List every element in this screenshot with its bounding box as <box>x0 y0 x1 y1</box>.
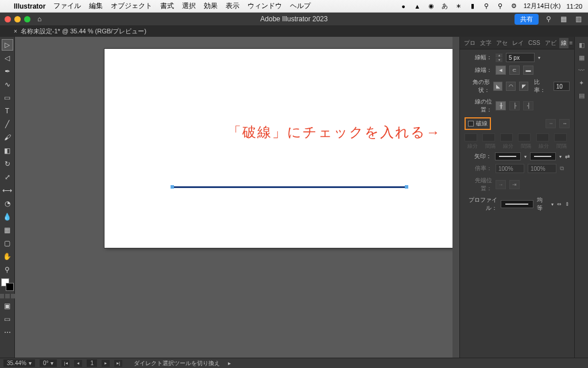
menubar-time[interactable]: 11:20 <box>566 3 582 10</box>
profile-select[interactable] <box>501 200 533 208</box>
corner-miter-button[interactable]: ◣ <box>493 82 503 91</box>
brush-tool[interactable]: 🖌 <box>2 132 13 143</box>
last-artboard-button[interactable]: ▸| <box>114 360 122 367</box>
direct-selection-tool[interactable]: ◁ <box>2 52 13 64</box>
workspace-icon[interactable]: ▥ <box>573 15 583 23</box>
stroke-swatch[interactable] <box>6 283 14 291</box>
flip-vertical-icon[interactable]: ⇕ <box>565 201 570 207</box>
corner-round-button[interactable]: ◠ <box>506 82 516 91</box>
search-icon[interactable]: ⚲ <box>496 2 504 10</box>
line-tool[interactable]: ╱ <box>2 118 13 130</box>
zoom-window-icon[interactable] <box>24 16 30 22</box>
menu-view[interactable]: 表示 <box>226 1 239 11</box>
panel-tab-css[interactable]: CSS <box>527 39 542 47</box>
swap-arrows-icon[interactable]: ⇄ <box>565 154 570 160</box>
dashed-checkbox[interactable] <box>468 121 474 126</box>
panel-tab-properties[interactable]: プロ <box>462 38 477 48</box>
hand-tool[interactable]: ✋ <box>2 251 13 262</box>
fill-stroke-swatch[interactable] <box>1 278 14 291</box>
eyedropper-tool[interactable]: 💧 <box>2 211 13 223</box>
menu-file[interactable]: ファイル <box>53 1 81 11</box>
artboard-tool[interactable]: ▢ <box>2 237 13 249</box>
panel-menu-icon[interactable]: ≡ <box>570 40 573 46</box>
gradient-mode-icon[interactable] <box>5 294 10 298</box>
align-outside-button[interactable]: ┫ <box>523 101 533 110</box>
vertical-scrollbar[interactable] <box>452 37 459 358</box>
control-center-icon[interactable]: ⚙ <box>510 2 518 10</box>
cap-square-button[interactable]: ▬ <box>523 66 533 75</box>
dash-input-3[interactable] <box>536 133 549 141</box>
align-inside-button[interactable]: ┣ <box>509 101 520 110</box>
arrow-start-select[interactable] <box>495 152 521 160</box>
menu-object[interactable]: オブジェクト <box>111 1 152 11</box>
arrow-scale-start-input[interactable]: 100% <box>496 164 524 173</box>
menu-select[interactable]: 選択 <box>182 1 196 11</box>
shape-builder-tool[interactable]: ◔ <box>2 198 13 209</box>
rectangle-tool[interactable]: ▭ <box>2 92 13 103</box>
tip-end-button[interactable]: ⇥ <box>509 180 520 189</box>
status-more-icon[interactable]: ▸ <box>228 360 231 366</box>
close-tab-icon[interactable]: × <box>14 28 17 34</box>
chevron-down-icon[interactable]: ▾ <box>538 55 540 60</box>
weight-down-button[interactable]: ▾ <box>496 58 502 62</box>
close-window-icon[interactable] <box>5 16 11 22</box>
panel-tab-appearance[interactable]: アビ <box>543 38 558 48</box>
arrow-scale-end-input[interactable]: 100% <box>528 164 556 173</box>
edit-toolbar-icon[interactable]: ⋯ <box>2 327 13 338</box>
selected-line-object[interactable] <box>172 186 407 188</box>
scale-tool[interactable]: ⤢ <box>2 171 13 183</box>
search-icon[interactable]: ⚲ <box>543 15 554 23</box>
anchor-point[interactable] <box>405 185 408 189</box>
tip-extend-button[interactable]: → <box>496 180 506 189</box>
app-menu[interactable]: Illustrator <box>14 2 45 10</box>
document-tab[interactable]: × 名称未設定-1* @ 35.44 % (RGB/プレビュー) <box>14 27 146 36</box>
gap-input-2[interactable] <box>518 133 531 141</box>
menubar-date[interactable]: 12月14日(水) <box>524 2 561 10</box>
panel-tab-stroke[interactable]: 線 <box>559 38 568 48</box>
dash-input-1[interactable] <box>465 133 477 141</box>
screen-mode-icon[interactable]: ▭ <box>2 313 13 325</box>
cap-round-button[interactable]: ⊂ <box>509 66 520 75</box>
zoom-tool[interactable]: ⚲ <box>2 264 13 275</box>
selection-tool[interactable]: ▷ <box>2 39 13 51</box>
chevron-down-icon[interactable]: ▾ <box>551 202 554 207</box>
panel-tab-layers[interactable]: レイ <box>510 38 525 48</box>
menu-effect[interactable]: 効果 <box>204 1 218 11</box>
zoom-select[interactable]: 35.44% ▾ <box>3 359 35 367</box>
pen-tool[interactable]: ✒ <box>2 66 13 77</box>
arrow-end-select[interactable] <box>530 152 556 160</box>
cap-butt-button[interactable]: ◄ <box>496 66 506 75</box>
stroke-weight-input[interactable]: 5 px <box>506 53 535 62</box>
rotate-tool[interactable]: ↻ <box>2 158 13 170</box>
chevron-down-icon[interactable]: ▾ <box>559 154 562 159</box>
tray-kana-icon[interactable]: あ <box>441 2 449 10</box>
menu-window[interactable]: ウィンドウ <box>247 1 282 11</box>
width-tool[interactable]: ⟷ <box>2 185 13 196</box>
flip-horizontal-icon[interactable]: ⇔ <box>557 201 562 207</box>
panel-tab-character[interactable]: 文字 <box>478 38 493 48</box>
first-artboard-button[interactable]: |◂ <box>61 360 69 367</box>
canvas-area[interactable]: 「破線」にチェックを入れる→ <box>15 37 459 358</box>
home-icon[interactable]: ⌂ <box>37 15 41 23</box>
artboard[interactable] <box>105 49 454 248</box>
brushes-panel-icon[interactable]: 〰 <box>577 66 586 75</box>
tray-icon[interactable]: ▲ <box>413 2 421 10</box>
gap-input-3[interactable] <box>554 133 567 141</box>
arrange-icon[interactable]: ▦ <box>558 15 568 23</box>
dash-input-2[interactable] <box>500 133 513 141</box>
libraries-panel-icon[interactable]: ▤ <box>577 91 586 100</box>
link-scale-icon[interactable]: ⧉ <box>560 165 564 172</box>
bluetooth-icon[interactable]: ∗ <box>455 2 463 10</box>
weight-up-button[interactable]: ▴ <box>496 53 502 57</box>
panel-tab-assets[interactable]: アセ <box>494 38 509 48</box>
menu-help[interactable]: ヘルプ <box>290 1 311 11</box>
color-mode-icon[interactable] <box>0 294 4 298</box>
curvature-tool[interactable]: ∿ <box>2 79 13 90</box>
gap-input-1[interactable] <box>482 133 495 141</box>
type-tool[interactable]: T <box>2 105 13 117</box>
rotate-select[interactable]: 0° ▾ <box>40 359 57 367</box>
battery-icon[interactable]: ▮ <box>469 2 477 10</box>
draw-mode-icon[interactable]: ▣ <box>2 300 13 312</box>
line-tray-icon[interactable]: ● <box>400 2 408 10</box>
gradient-tool[interactable]: ▦ <box>2 224 13 236</box>
